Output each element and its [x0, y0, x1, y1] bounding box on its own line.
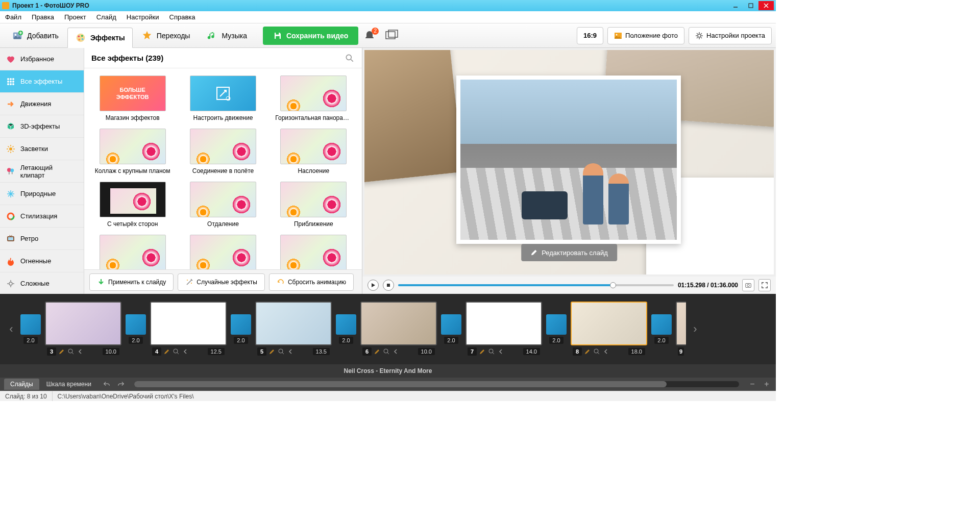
slide-token[interactable]: 818.0 [571, 302, 647, 357]
slide-thumb[interactable] [150, 302, 227, 345]
pencil-icon[interactable] [268, 348, 276, 355]
view-tab-1[interactable]: Шкала времени [40, 379, 97, 390]
tab-add[interactable]: Добавить [4, 26, 66, 46]
slide-thumb[interactable] [360, 302, 437, 345]
sidebar-item-8[interactable]: Ретро [0, 228, 84, 250]
timeline-prev-button[interactable]: ‹ [6, 314, 16, 344]
timeline-next-button[interactable]: › [690, 314, 700, 344]
chevron-left-icon[interactable] [602, 348, 609, 355]
aspect-ratio-button[interactable]: 16:9 [577, 27, 603, 44]
effect-item[interactable]: Приближение [271, 182, 357, 228]
tab-music[interactable]: Музыка [199, 26, 255, 46]
sidebar-item-4[interactable]: Засветки [0, 138, 84, 160]
view-tab-0[interactable]: Слайды [4, 379, 39, 390]
sidebar-item-1[interactable]: Все эффекты [0, 70, 84, 93]
slide-token[interactable]: 513.5 [255, 302, 332, 357]
effect-item[interactable]: Наслоение [271, 129, 357, 174]
seek-bar[interactable] [398, 284, 674, 286]
chevron-left-icon[interactable] [497, 348, 504, 355]
pencil-icon[interactable] [584, 348, 591, 355]
fullscreen-button[interactable] [758, 279, 771, 291]
search-icon[interactable] [345, 53, 355, 63]
apply-to-slide-button[interactable]: Применить к слайду [89, 273, 174, 291]
undo-button[interactable] [102, 379, 112, 389]
pencil-icon[interactable] [58, 348, 65, 355]
transition-thumb[interactable] [441, 314, 461, 335]
zoom-out-button[interactable]: − [747, 379, 757, 389]
pencil-icon[interactable] [479, 348, 486, 355]
sidebar-item-10[interactable]: Сложные [0, 272, 84, 294]
effects-grid[interactable]: БОЛЬШЕЭФФЕКТОВМагазин эффектовНастроить … [84, 68, 362, 269]
chevron-left-icon[interactable] [287, 348, 294, 355]
slide-thumb[interactable] [45, 302, 121, 345]
effect-item[interactable]: Коллаж с крупным планом [89, 129, 176, 174]
scrollbar-thumb[interactable] [134, 381, 667, 387]
slide-token[interactable]: 9 [676, 302, 686, 357]
save-video-button[interactable]: Сохранить видео [263, 27, 358, 45]
slide-thumb[interactable] [465, 302, 542, 345]
pencil-icon[interactable] [163, 348, 170, 355]
effect-item[interactable] [89, 235, 176, 269]
sidebar-item-7[interactable]: Стилизация [0, 205, 84, 228]
sidebar-item-3[interactable]: 3D-эффекты [0, 115, 84, 138]
zoom-icon[interactable] [173, 348, 180, 355]
transition-token[interactable]: 2.0 [336, 314, 356, 344]
zoom-icon[interactable] [593, 348, 600, 355]
transition-token[interactable]: 2.0 [651, 314, 672, 344]
timeline-scrollbar[interactable] [134, 381, 739, 387]
menu-настройки[interactable]: Настройки [121, 11, 164, 23]
slide-token[interactable]: 310.0 [45, 302, 121, 357]
transition-thumb[interactable] [20, 314, 41, 335]
random-effects-button[interactable]: Случайные эффекты [178, 273, 265, 291]
redo-button[interactable] [116, 379, 126, 389]
menu-проект[interactable]: Проект [59, 11, 91, 23]
maximize-button[interactable] [743, 1, 758, 10]
notifications-button[interactable]: 2 [363, 30, 376, 42]
transition-token[interactable]: 2.0 [546, 314, 567, 344]
menu-слайд[interactable]: Слайд [91, 11, 121, 23]
reset-animation-button[interactable]: Сбросить анимацию [269, 273, 354, 291]
seek-knob[interactable] [610, 282, 616, 288]
transition-thumb[interactable] [336, 314, 356, 335]
transition-token[interactable]: 2.0 [231, 314, 251, 344]
slide-thumb[interactable] [255, 302, 332, 345]
slide-token[interactable]: 412.5 [150, 302, 227, 357]
timeline-track[interactable]: ‹ 2.0310.02.0412.52.0513.52.0610.02.0714… [0, 294, 776, 364]
effect-item[interactable]: Соединение в полёте [180, 129, 266, 174]
audio-track[interactable]: Neil Cross - Eternity And More [0, 364, 776, 378]
effect-item[interactable] [271, 235, 357, 269]
snapshot-button[interactable] [742, 279, 754, 291]
sidebar-item-9[interactable]: Огненные [0, 250, 84, 272]
effect-item[interactable]: Горизонтальная панорам... [271, 76, 357, 121]
zoom-icon[interactable] [488, 348, 495, 355]
tab-transitions[interactable]: Переходы [134, 26, 198, 46]
effect-item[interactable]: С четырёх сторон [89, 182, 176, 228]
chevron-left-icon[interactable] [182, 348, 189, 355]
chevron-left-icon[interactable] [77, 348, 84, 355]
zoom-icon[interactable] [383, 348, 390, 355]
transition-thumb[interactable] [126, 314, 146, 335]
preview-canvas[interactable]: Редактировать слайд [364, 50, 774, 274]
transition-token[interactable]: 2.0 [126, 314, 146, 344]
slide-token[interactable]: 610.0 [360, 302, 437, 357]
menu-справка[interactable]: Справка [164, 11, 201, 23]
menu-правка[interactable]: Правка [27, 11, 59, 23]
transition-token[interactable]: 2.0 [441, 314, 461, 344]
effect-item[interactable] [180, 235, 266, 269]
stop-button[interactable] [383, 280, 394, 291]
close-button[interactable] [758, 1, 774, 10]
effect-item[interactable]: БОЛЬШЕЭФФЕКТОВМагазин эффектов [89, 76, 176, 121]
minimize-button[interactable] [728, 1, 743, 10]
slide-thumb[interactable] [676, 302, 686, 345]
slide-thumb[interactable] [571, 302, 647, 345]
effect-item[interactable]: Отдаление [180, 182, 266, 228]
chevron-left-icon[interactable] [392, 348, 399, 355]
effect-item[interactable]: Настроить движение [180, 76, 266, 121]
zoom-in-button[interactable]: + [762, 379, 772, 389]
menu-файл[interactable]: Файл [0, 11, 27, 23]
sidebar-item-5[interactable]: Летающий клипарт [0, 160, 84, 183]
zoom-icon[interactable] [67, 348, 75, 355]
tab-effects[interactable]: Эффекты [67, 28, 133, 48]
play-button[interactable] [368, 280, 379, 291]
project-settings-button[interactable]: Настройки проекта [689, 27, 772, 44]
